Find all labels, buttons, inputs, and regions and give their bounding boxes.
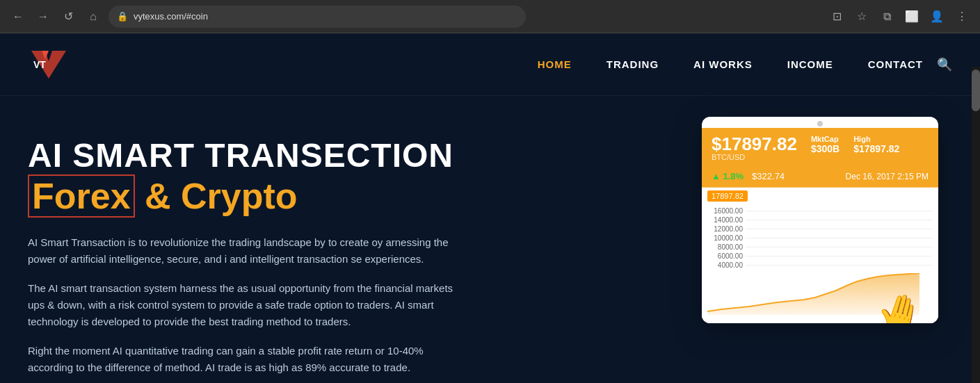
grid-label-4000: 4000.00 <box>707 261 746 269</box>
chart-mktcap-label: MktCap <box>811 135 840 143</box>
chart-header: $17897.82 BTC/USD MktCap $300B High $178… <box>702 128 938 168</box>
hero-desc-1: AI Smart Transaction is to revolutionize… <box>28 234 459 268</box>
search-icon[interactable]: 🔍 <box>937 57 952 72</box>
chart-change-pct: ▲ 1.8% <box>712 171 744 181</box>
cast-icon[interactable]: ⊡ <box>827 7 846 26</box>
grid-label-16000: 16000.00 <box>707 207 746 215</box>
hero-section: AI SMART TRANSECTION Forex & Crypto AI S… <box>0 96 980 383</box>
grid-label-10000: 10000.00 <box>707 234 746 242</box>
nav-ai-works[interactable]: AI WORKS <box>693 58 753 71</box>
logo-icon: VT <box>28 47 70 82</box>
grid-label-14000: 14000.00 <box>707 216 746 224</box>
chart-grid: 16000.00 14000.00 12000.00 10000.00 <box>702 204 938 273</box>
chart-price-section: $17897.82 BTC/USD <box>712 135 797 161</box>
profile-icon[interactable]: 👤 <box>927 7 947 26</box>
grid-rule <box>746 256 933 256</box>
reload-button[interactable]: ↺ <box>58 7 78 26</box>
chart-high-value: $17897.82 <box>853 143 899 154</box>
grid-rule <box>746 265 933 266</box>
grid-rule <box>746 247 933 247</box>
chart-dot <box>817 121 823 127</box>
chart-mktcap-value: $300B <box>811 143 840 154</box>
chart-price-marker: 17897.82 <box>707 190 748 202</box>
grid-line-6000: 6000.00 <box>707 252 933 260</box>
grid-label-12000: 12000.00 <box>707 225 746 233</box>
crypto-text: & Crypto <box>145 176 298 216</box>
back-button[interactable]: ← <box>8 7 28 26</box>
chart-mktcap-section: MktCap $300B <box>811 135 840 154</box>
bookmark-icon[interactable]: ☆ <box>852 7 871 26</box>
nav-home[interactable]: HOME <box>538 58 572 71</box>
grid-line-10000: 10000.00 <box>707 234 933 242</box>
extensions-icon[interactable]: ⧉ <box>877 7 897 26</box>
profile-panel-icon[interactable]: ⬜ <box>902 7 922 26</box>
grid-line-12000: 12000.00 <box>707 225 933 233</box>
chart-change-row: ▲ 1.8% $322.74 Dec 16, 2017 2:15 PM <box>702 168 938 188</box>
chart-price-value: $17897.82 <box>712 135 797 153</box>
browser-toolbar: ⊡ ☆ ⧉ ⬜ 👤 ⋮ <box>827 7 972 26</box>
hero-desc-2: The AI smart transaction system harness … <box>28 280 459 330</box>
grid-line-8000: 8000.00 <box>707 243 933 251</box>
nav-contact[interactable]: CONTACT <box>868 58 923 71</box>
grid-label-6000: 6000.00 <box>707 252 746 260</box>
chart-change-amount: $322.74 <box>752 171 785 181</box>
chart-body: 17897.82 16000.00 14000.00 12000.00 <box>702 188 938 323</box>
nav-trading[interactable]: TRADING <box>607 58 659 71</box>
nav-links: HOME TRADING AI WORKS INCOME CONTACT <box>538 58 923 71</box>
forex-text: Forex <box>28 174 135 218</box>
navbar: VT HOME TRADING AI WORKS INCOME CONTACT … <box>0 33 980 96</box>
grid-rule <box>746 220 933 220</box>
logo[interactable]: VT <box>28 47 70 82</box>
home-button[interactable]: ⌂ <box>83 7 103 26</box>
hero-content: AI SMART TRANSECTION Forex & Crypto AI S… <box>28 138 515 383</box>
hero-title-sub: Forex & Crypto <box>28 174 515 218</box>
chart-high-label: High <box>853 135 899 143</box>
grid-rule <box>746 211 933 211</box>
hero-desc-3: Right the moment AI quantitative trading… <box>28 343 459 376</box>
grid-line-16000: 16000.00 <box>707 207 933 215</box>
chart-high-section: High $17897.82 <box>853 135 899 154</box>
hero-title-main: AI SMART TRANSECTION <box>28 138 515 174</box>
forward-button[interactable]: → <box>33 7 53 26</box>
chart-widget: $17897.82 BTC/USD MktCap $300B High $178… <box>702 117 938 323</box>
grid-line-4000: 4000.00 <box>707 261 933 269</box>
nav-income[interactable]: INCOME <box>787 58 833 71</box>
url-text: vytexus.com/#coin <box>134 11 208 22</box>
svg-text:VT: VT <box>33 59 46 70</box>
menu-icon[interactable]: ⋮ <box>952 7 972 26</box>
grid-line-14000: 14000.00 <box>707 216 933 224</box>
grid-label-8000: 8000.00 <box>707 243 746 251</box>
chart-date: Dec 16, 2017 2:15 PM <box>846 172 929 181</box>
grid-rule <box>746 229 933 229</box>
address-bar[interactable]: 🔒 vytexus.com/#coin <box>109 6 526 28</box>
grid-rule <box>746 238 933 238</box>
browser-chrome: ← → ↺ ⌂ 🔒 vytexus.com/#coin ⊡ ☆ ⧉ ⬜ 👤 ⋮ <box>0 0 980 33</box>
